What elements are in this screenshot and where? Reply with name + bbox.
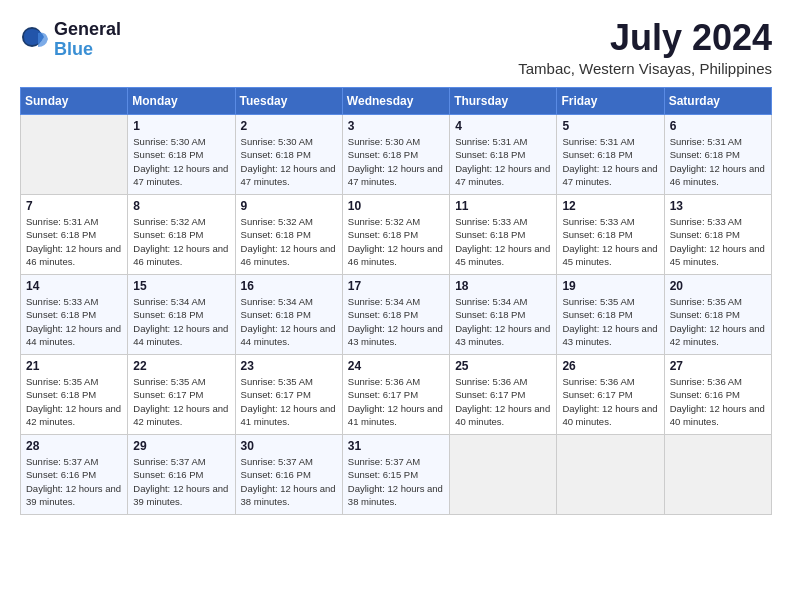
calendar-cell: 23Sunrise: 5:35 AM Sunset: 6:17 PM Dayli… bbox=[235, 355, 342, 435]
day-number: 12 bbox=[562, 199, 658, 213]
day-info: Sunrise: 5:36 AM Sunset: 6:16 PM Dayligh… bbox=[670, 375, 766, 428]
day-number: 27 bbox=[670, 359, 766, 373]
day-number: 11 bbox=[455, 199, 551, 213]
calendar-cell: 21Sunrise: 5:35 AM Sunset: 6:18 PM Dayli… bbox=[21, 355, 128, 435]
day-number: 28 bbox=[26, 439, 122, 453]
day-info: Sunrise: 5:35 AM Sunset: 6:18 PM Dayligh… bbox=[26, 375, 122, 428]
day-info: Sunrise: 5:31 AM Sunset: 6:18 PM Dayligh… bbox=[670, 135, 766, 188]
title-block: July 2024 Tambac, Western Visayas, Phili… bbox=[518, 20, 772, 77]
day-info: Sunrise: 5:37 AM Sunset: 6:16 PM Dayligh… bbox=[26, 455, 122, 508]
day-info: Sunrise: 5:37 AM Sunset: 6:16 PM Dayligh… bbox=[241, 455, 337, 508]
day-number: 5 bbox=[562, 119, 658, 133]
day-info: Sunrise: 5:34 AM Sunset: 6:18 PM Dayligh… bbox=[241, 295, 337, 348]
day-number: 17 bbox=[348, 279, 444, 293]
calendar-cell: 3Sunrise: 5:30 AM Sunset: 6:18 PM Daylig… bbox=[342, 115, 449, 195]
weekday-header-saturday: Saturday bbox=[664, 88, 771, 115]
day-number: 10 bbox=[348, 199, 444, 213]
calendar-cell: 18Sunrise: 5:34 AM Sunset: 6:18 PM Dayli… bbox=[450, 275, 557, 355]
calendar-cell bbox=[557, 435, 664, 515]
day-number: 14 bbox=[26, 279, 122, 293]
day-info: Sunrise: 5:31 AM Sunset: 6:18 PM Dayligh… bbox=[455, 135, 551, 188]
calendar-cell: 29Sunrise: 5:37 AM Sunset: 6:16 PM Dayli… bbox=[128, 435, 235, 515]
day-number: 30 bbox=[241, 439, 337, 453]
day-info: Sunrise: 5:31 AM Sunset: 6:18 PM Dayligh… bbox=[562, 135, 658, 188]
day-number: 8 bbox=[133, 199, 229, 213]
page-header: General Blue July 2024 Tambac, Western V… bbox=[20, 20, 772, 77]
calendar-cell: 15Sunrise: 5:34 AM Sunset: 6:18 PM Dayli… bbox=[128, 275, 235, 355]
calendar-cell: 8Sunrise: 5:32 AM Sunset: 6:18 PM Daylig… bbox=[128, 195, 235, 275]
calendar-cell: 2Sunrise: 5:30 AM Sunset: 6:18 PM Daylig… bbox=[235, 115, 342, 195]
day-number: 1 bbox=[133, 119, 229, 133]
day-info: Sunrise: 5:36 AM Sunset: 6:17 PM Dayligh… bbox=[348, 375, 444, 428]
logo-line2: Blue bbox=[54, 40, 121, 60]
calendar-cell: 7Sunrise: 5:31 AM Sunset: 6:18 PM Daylig… bbox=[21, 195, 128, 275]
day-info: Sunrise: 5:34 AM Sunset: 6:18 PM Dayligh… bbox=[348, 295, 444, 348]
day-info: Sunrise: 5:33 AM Sunset: 6:18 PM Dayligh… bbox=[670, 215, 766, 268]
logo: General Blue bbox=[20, 20, 121, 60]
day-info: Sunrise: 5:35 AM Sunset: 6:18 PM Dayligh… bbox=[670, 295, 766, 348]
calendar-cell: 22Sunrise: 5:35 AM Sunset: 6:17 PM Dayli… bbox=[128, 355, 235, 435]
day-number: 13 bbox=[670, 199, 766, 213]
day-number: 9 bbox=[241, 199, 337, 213]
day-info: Sunrise: 5:33 AM Sunset: 6:18 PM Dayligh… bbox=[455, 215, 551, 268]
calendar-cell: 17Sunrise: 5:34 AM Sunset: 6:18 PM Dayli… bbox=[342, 275, 449, 355]
weekday-header-friday: Friday bbox=[557, 88, 664, 115]
day-info: Sunrise: 5:31 AM Sunset: 6:18 PM Dayligh… bbox=[26, 215, 122, 268]
day-info: Sunrise: 5:30 AM Sunset: 6:18 PM Dayligh… bbox=[241, 135, 337, 188]
calendar-cell: 14Sunrise: 5:33 AM Sunset: 6:18 PM Dayli… bbox=[21, 275, 128, 355]
day-number: 2 bbox=[241, 119, 337, 133]
calendar-header-row: SundayMondayTuesdayWednesdayThursdayFrid… bbox=[21, 88, 772, 115]
calendar-cell: 5Sunrise: 5:31 AM Sunset: 6:18 PM Daylig… bbox=[557, 115, 664, 195]
logo-text: General Blue bbox=[54, 20, 121, 60]
day-number: 4 bbox=[455, 119, 551, 133]
location: Tambac, Western Visayas, Philippines bbox=[518, 60, 772, 77]
day-info: Sunrise: 5:32 AM Sunset: 6:18 PM Dayligh… bbox=[348, 215, 444, 268]
day-info: Sunrise: 5:33 AM Sunset: 6:18 PM Dayligh… bbox=[562, 215, 658, 268]
calendar-cell: 24Sunrise: 5:36 AM Sunset: 6:17 PM Dayli… bbox=[342, 355, 449, 435]
day-info: Sunrise: 5:34 AM Sunset: 6:18 PM Dayligh… bbox=[455, 295, 551, 348]
day-number: 19 bbox=[562, 279, 658, 293]
calendar-week-row: 7Sunrise: 5:31 AM Sunset: 6:18 PM Daylig… bbox=[21, 195, 772, 275]
day-info: Sunrise: 5:32 AM Sunset: 6:18 PM Dayligh… bbox=[241, 215, 337, 268]
weekday-header-wednesday: Wednesday bbox=[342, 88, 449, 115]
day-number: 29 bbox=[133, 439, 229, 453]
calendar-cell bbox=[450, 435, 557, 515]
day-info: Sunrise: 5:35 AM Sunset: 6:18 PM Dayligh… bbox=[562, 295, 658, 348]
calendar-cell: 28Sunrise: 5:37 AM Sunset: 6:16 PM Dayli… bbox=[21, 435, 128, 515]
calendar-cell: 20Sunrise: 5:35 AM Sunset: 6:18 PM Dayli… bbox=[664, 275, 771, 355]
day-number: 25 bbox=[455, 359, 551, 373]
calendar-cell: 30Sunrise: 5:37 AM Sunset: 6:16 PM Dayli… bbox=[235, 435, 342, 515]
weekday-header-thursday: Thursday bbox=[450, 88, 557, 115]
day-info: Sunrise: 5:30 AM Sunset: 6:18 PM Dayligh… bbox=[348, 135, 444, 188]
day-number: 15 bbox=[133, 279, 229, 293]
calendar-cell: 11Sunrise: 5:33 AM Sunset: 6:18 PM Dayli… bbox=[450, 195, 557, 275]
day-number: 23 bbox=[241, 359, 337, 373]
calendar-cell: 1Sunrise: 5:30 AM Sunset: 6:18 PM Daylig… bbox=[128, 115, 235, 195]
calendar-cell: 19Sunrise: 5:35 AM Sunset: 6:18 PM Dayli… bbox=[557, 275, 664, 355]
day-number: 26 bbox=[562, 359, 658, 373]
day-number: 7 bbox=[26, 199, 122, 213]
calendar-cell: 6Sunrise: 5:31 AM Sunset: 6:18 PM Daylig… bbox=[664, 115, 771, 195]
day-info: Sunrise: 5:37 AM Sunset: 6:16 PM Dayligh… bbox=[133, 455, 229, 508]
calendar-cell: 10Sunrise: 5:32 AM Sunset: 6:18 PM Dayli… bbox=[342, 195, 449, 275]
calendar-week-row: 14Sunrise: 5:33 AM Sunset: 6:18 PM Dayli… bbox=[21, 275, 772, 355]
day-info: Sunrise: 5:35 AM Sunset: 6:17 PM Dayligh… bbox=[241, 375, 337, 428]
day-number: 21 bbox=[26, 359, 122, 373]
day-info: Sunrise: 5:36 AM Sunset: 6:17 PM Dayligh… bbox=[455, 375, 551, 428]
calendar-cell: 27Sunrise: 5:36 AM Sunset: 6:16 PM Dayli… bbox=[664, 355, 771, 435]
calendar-cell bbox=[21, 115, 128, 195]
logo-icon bbox=[20, 25, 50, 55]
day-number: 18 bbox=[455, 279, 551, 293]
day-number: 16 bbox=[241, 279, 337, 293]
day-number: 22 bbox=[133, 359, 229, 373]
day-number: 6 bbox=[670, 119, 766, 133]
calendar-week-row: 28Sunrise: 5:37 AM Sunset: 6:16 PM Dayli… bbox=[21, 435, 772, 515]
calendar-cell: 31Sunrise: 5:37 AM Sunset: 6:15 PM Dayli… bbox=[342, 435, 449, 515]
day-info: Sunrise: 5:33 AM Sunset: 6:18 PM Dayligh… bbox=[26, 295, 122, 348]
day-info: Sunrise: 5:37 AM Sunset: 6:15 PM Dayligh… bbox=[348, 455, 444, 508]
weekday-header-sunday: Sunday bbox=[21, 88, 128, 115]
weekday-header-tuesday: Tuesday bbox=[235, 88, 342, 115]
calendar-cell: 25Sunrise: 5:36 AM Sunset: 6:17 PM Dayli… bbox=[450, 355, 557, 435]
logo-line1: General bbox=[54, 20, 121, 40]
day-info: Sunrise: 5:35 AM Sunset: 6:17 PM Dayligh… bbox=[133, 375, 229, 428]
